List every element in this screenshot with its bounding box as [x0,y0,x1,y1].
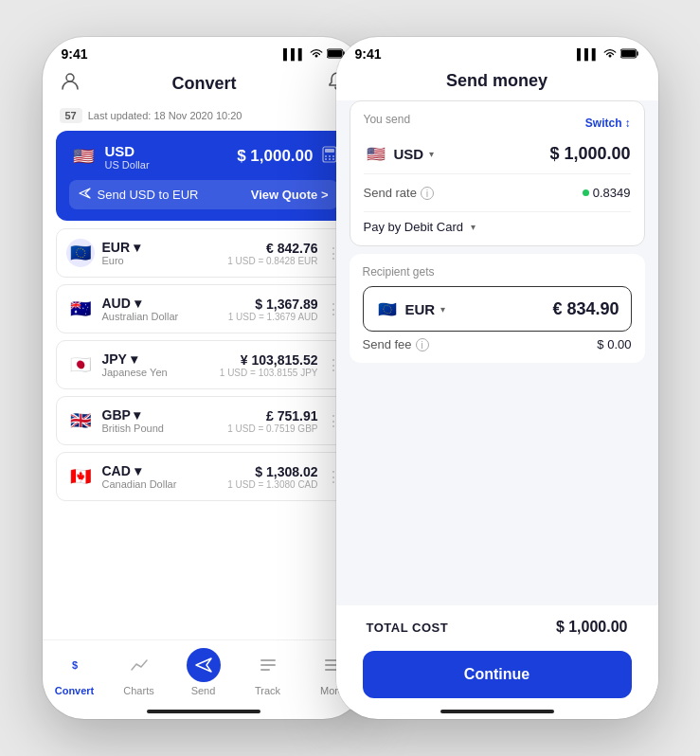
send-money-header: Send money [336,67,658,100]
you-send-section: You send Switch ↕ 🇺🇸 USD ▾ $ 1,000.00 [350,100,645,246]
send-fee-row: Send fee i $ 0.00 [363,332,632,351]
page-title-left: Convert [171,74,236,94]
gbp-code: GBP ▾ [102,407,164,423]
wifi-icon [310,47,323,61]
svg-point-7 [332,155,334,157]
svg-point-6 [329,155,331,157]
recipient-gets-label: Recipient gets [363,265,632,279]
svg-rect-14 [260,664,276,666]
send-icon [79,187,92,203]
track-tab-label: Track [255,685,280,696]
send-fee-label-text: Send fee [363,337,412,351]
eur-code: EUR ▾ [102,240,140,255]
selected-currency-card[interactable]: 🇺🇸 USD US Dollar $ 1,000.00 [56,131,351,221]
list-item[interactable]: 🇪🇺 EUR ▾ Euro € 842.76 1 USD = 0.8428 EU… [56,228,351,278]
view-quote-button[interactable]: View Quote > [251,188,329,202]
send-fee-info-icon[interactable]: i [416,338,429,351]
wifi-icon-right [603,47,617,61]
send-fee-value: $ 0.00 [597,337,631,351]
tab-send[interactable]: Send [171,648,236,696]
cad-flag: 🇨🇦 [66,462,95,491]
status-time-left: 9:41 [62,46,88,62]
charts-tab-label: Charts [123,685,153,696]
cad-code: CAD ▾ [102,463,177,478]
list-item[interactable]: 🇯🇵 JPY ▾ Japanese Yen ¥ 103,815.52 1 USD… [56,340,351,389]
convert-tab-label: Convert [55,685,95,696]
tab-charts[interactable]: Charts [107,648,171,696]
svg-text:$: $ [71,659,77,671]
tab-track[interactable]: Track [236,648,300,696]
signal-icon: ▌▌▌ [283,48,305,60]
recipient-currency-select[interactable]: 🇪🇺 EUR ▾ [375,297,446,321]
divider-2 [364,211,631,212]
continue-button[interactable]: Continue [363,651,632,698]
selected-currency-code: USD [105,143,150,159]
home-indicator-left [147,710,260,713]
switch-button[interactable]: Switch ↕ [585,117,631,130]
cad-amount: $ 1,308.02 [227,464,317,479]
pay-by-row[interactable]: Pay by Debit Card ▾ [364,220,631,234]
recipient-row[interactable]: 🇪🇺 EUR ▾ € 834.90 [363,286,632,332]
send-quote-row[interactable]: Send USD to EUR View Quote > [69,180,338,209]
send-money-page: You send Switch ↕ 🇺🇸 USD ▾ $ 1,000.00 [336,100,658,710]
cad-name: Canadian Dollar [102,478,177,490]
list-item[interactable]: 🇬🇧 GBP ▾ British Pound £ 751.91 1 USD = … [56,396,351,445]
tab-convert[interactable]: $ Convert [43,648,107,696]
recipient-flag: 🇪🇺 [375,297,400,321]
left-phone: 9:41 ▌▌▌ Convert 57 Last [43,37,365,719]
selected-currency-name: US Dollar [105,159,150,171]
eur-rate: 1 USD = 0.8428 EUR [227,256,317,266]
jpy-rate: 1 USD = 103.8155 JPY [220,368,318,378]
pay-by-label: Pay by Debit Card [364,220,464,234]
total-cost-value: $ 1,000.00 [556,619,628,636]
last-updated-text: Last updated: 18 Nov 2020 10:20 [88,110,242,121]
list-item[interactable]: 🇨🇦 CAD ▾ Canadian Dollar $ 1,308.02 1 US… [56,452,351,501]
sender-amount: $ 1,000.00 [549,144,630,164]
aud-code: AUD ▾ [102,296,179,311]
recipient-amount: € 834.90 [552,299,619,319]
send-money-title: Send money [353,71,641,91]
svg-rect-4 [325,149,334,153]
usd-flag: 🇺🇸 [69,142,98,171]
aud-flag: 🇦🇺 [66,295,95,323]
status-icons-left: ▌▌▌ [283,47,345,61]
send-rate-label-text: Send rate [364,186,417,200]
recipient-currency-code: EUR [405,301,436,317]
svg-point-5 [325,155,327,157]
svg-rect-13 [260,659,276,661]
status-bar-right: 9:41 ▌▌▌ [336,37,658,67]
jpy-flag: 🇯🇵 [66,351,95,379]
currency-list: 🇪🇺 EUR ▾ Euro € 842.76 1 USD = 0.8428 EU… [43,228,365,639]
switch-icon: ↕ [625,117,631,130]
jpy-code: JPY ▾ [102,351,168,367]
sender-chevron-icon: ▾ [429,149,434,159]
aud-name: Australian Dollar [102,311,179,322]
list-item[interactable]: 🇦🇺 AUD ▾ Australian Dollar $ 1,367.89 1 … [56,284,351,333]
send-rate-value-text: 0.8349 [593,186,631,200]
sender-flag: 🇺🇸 [364,141,388,166]
svg-point-8 [325,158,327,160]
send-usd-eur-label: Send USD to EUR [98,188,199,202]
send-rate-info-icon[interactable]: i [421,187,434,200]
gbp-name: British Pound [102,423,164,434]
status-icons-right: ▌▌▌ [577,47,638,61]
battery-icon-right [620,48,639,61]
divider-1 [364,173,631,174]
selected-currency-amount: $ 1,000.00 [237,147,313,166]
track-tab-icon-wrap [251,648,285,682]
send-tab-label: Send [191,685,216,696]
you-send-label: You send [364,113,411,126]
svg-rect-20 [621,50,636,57]
jpy-amount: ¥ 103,815.52 [220,352,318,368]
sender-currency-select[interactable]: 🇺🇸 USD ▾ [364,141,435,166]
jpy-name: Japanese Yen [102,367,168,378]
last-updated-row: 57 Last updated: 18 Nov 2020 10:20 [43,104,365,131]
status-time-right: 9:41 [355,46,382,62]
gbp-amount: £ 751.91 [227,408,317,423]
calculator-icon[interactable] [321,146,338,167]
svg-point-2 [66,74,74,81]
right-phone: 9:41 ▌▌▌ Send money You send Sw [336,37,658,719]
send-tab-icon-wrap [187,648,221,682]
person-icon[interactable] [60,71,81,97]
currency-count-badge: 57 [60,108,82,123]
